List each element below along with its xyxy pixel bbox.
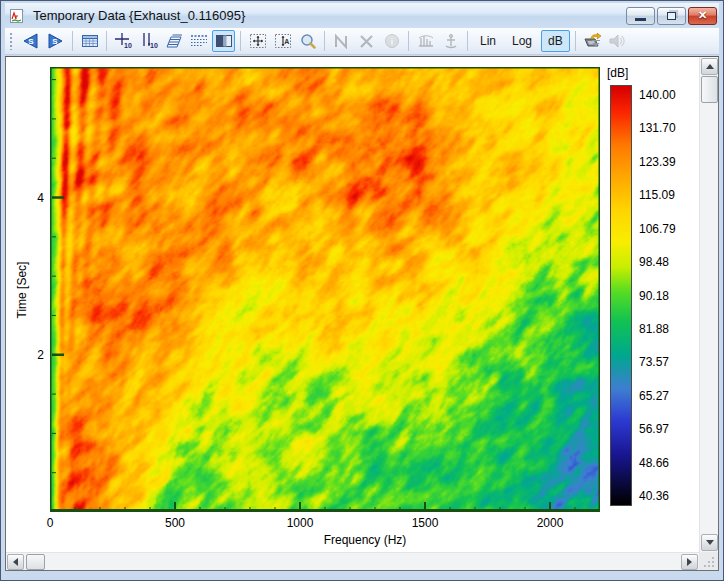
db-label: dB [548,34,563,48]
autoscale-xy-button[interactable] [246,30,269,52]
zoom-button[interactable] [296,30,319,52]
autoscale-y-button[interactable]: A [271,30,294,52]
scroll-left-button[interactable] [7,554,24,570]
scroll-up-button[interactable] [701,58,718,75]
y-axis-tick-labels: 42 [26,67,46,512]
horizontal-scroll-thumb[interactable] [26,554,45,570]
minimize-button[interactable] [626,7,655,25]
colorbar-tick-label: 106.79 [639,222,676,236]
y-tick-label: 2 [37,348,44,362]
harmonics-icon [417,33,435,49]
vertical-scrollbar[interactable] [699,57,718,552]
app-window: Temporary Data {Exhaust_0.116095} ✕ S S [0,0,724,581]
cursor-vertical-button[interactable]: 10 [137,30,160,52]
toolbar-separator [575,31,576,51]
plot-client-area: Time [Sec] 42 0500100015002000 Frequency… [5,56,719,571]
vertical-scroll-thumb[interactable] [701,76,718,103]
restore-icon [667,12,676,20]
step-back-button[interactable]: S [19,30,42,52]
colorbar [610,85,632,506]
info-button[interactable]: i [380,30,403,52]
colorbar-tick-label: 48.66 [639,456,669,470]
scroll-right-button[interactable] [681,554,698,570]
autoscale-y-icon: A [274,33,292,49]
arrow-right-icon [687,558,692,566]
colorbar-tick-labels: 140.00131.70123.39115.09106.7998.4890.18… [639,85,694,506]
show-table-button[interactable] [78,30,101,52]
x-tick-label: 1000 [287,516,314,530]
colorbar-tick-label: 65.27 [639,389,669,403]
hold-button[interactable] [439,30,462,52]
svg-text:i: i [390,37,393,47]
restore-button[interactable] [657,7,686,25]
titlebar[interactable]: Temporary Data {Exhaust_0.116095} ✕ [5,3,719,28]
app-icon [9,8,26,24]
interpolate-n-icon [333,33,351,49]
toolbar-separator [467,31,468,51]
colorbar-tick-label: 98.48 [639,255,669,269]
colorbar-unit-label: [dB] [607,66,628,80]
x-axis-tick-labels: 0500100015002000 [50,516,600,530]
toolbar-separator [106,31,107,51]
minimize-icon [635,18,646,21]
lin-label: Lin [480,34,496,48]
waterfall-icon [165,33,183,49]
step-forward-icon: S [46,33,65,49]
close-button[interactable]: ✕ [688,7,717,25]
svg-text:10: 10 [150,42,158,49]
colorbar-tick-label: 140.00 [639,88,676,102]
delete-curve-icon [358,33,376,49]
toolbar-separator [408,31,409,51]
spectrogram-canvas[interactable] [50,67,600,512]
speaker-icon [608,33,626,49]
overflow-chevron-icon[interactable] [591,40,601,48]
waterfall-view-button[interactable] [162,30,185,52]
zoom-icon [299,33,317,49]
colorbar-tick-label: 90.18 [639,289,669,303]
toolbar-grip[interactable] [8,32,15,50]
x-tick-label: 500 [165,516,185,530]
hold-icon [442,33,460,49]
resize-grip[interactable] [699,552,718,570]
x-tick-label: 0 [47,516,54,530]
table-icon [81,33,99,49]
toolbar-separator [324,31,325,51]
colorbar-tick-label: 81.88 [639,322,669,336]
x-tick-label: 1500 [412,516,439,530]
svg-text:S: S [28,37,34,46]
y-tick-label: 4 [37,191,44,205]
horizontal-scrollbar[interactable] [6,552,699,570]
log-scale-button[interactable]: Log [505,30,539,52]
colorbar-tick-label: 56.97 [639,422,669,436]
cursor-horizontal-button[interactable]: 10 [112,30,135,52]
resize-grip-icon [699,552,718,570]
toolbar: S S 10 [5,28,719,55]
scroll-down-button[interactable] [701,534,718,551]
log-label: Log [512,34,532,48]
toolbar-separator [72,31,73,51]
sections-view-button[interactable] [187,30,210,52]
colorbar-tick-label: 123.39 [639,155,676,169]
svg-text:10: 10 [124,42,132,49]
toolbar-separator [240,31,241,51]
interpolate-curve-button[interactable] [330,30,353,52]
x-tick-label: 2000 [537,516,564,530]
arrow-down-icon [706,540,714,545]
delete-curve-button[interactable] [355,30,378,52]
step-back-icon: S [21,33,40,49]
step-forward-button[interactable]: S [44,30,67,52]
svg-text:S: S [52,37,58,46]
arrow-up-icon [706,64,714,69]
colorbar-tick-label: 131.70 [639,121,676,135]
info-icon: i [383,33,401,49]
svg-text:A: A [284,38,289,45]
lin-scale-button[interactable]: Lin [473,30,503,52]
colorbar-tick-label: 73.57 [639,355,669,369]
cursor-vertical-icon: 10 [139,32,159,50]
x-axis-label: Frequency (Hz) [90,533,640,547]
play-sound-button[interactable] [606,30,629,52]
colormap-icon [215,33,233,49]
harmonics-button[interactable] [414,30,437,52]
colormap-view-button[interactable] [212,30,235,52]
db-scale-button[interactable]: dB [541,30,570,52]
